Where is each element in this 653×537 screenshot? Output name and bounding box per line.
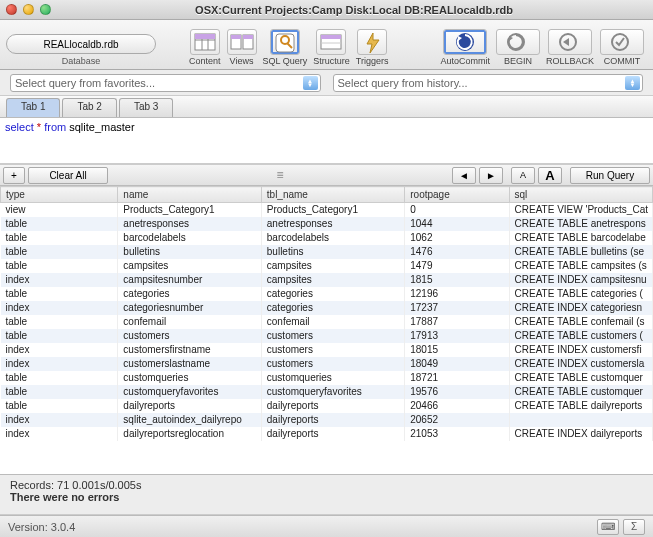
results-table: typenametbl_namerootpagesql viewProducts… bbox=[0, 186, 653, 441]
titlebar: OSX:Current Projects:Camp Disk:Local DB:… bbox=[0, 0, 653, 20]
prev-button[interactable]: ◄ bbox=[452, 167, 476, 184]
table-row[interactable]: indexcustomersfirstnamecustomers18015CRE… bbox=[1, 343, 653, 357]
content-icon bbox=[190, 29, 220, 55]
font-smaller-button[interactable]: A bbox=[511, 167, 535, 184]
main-toolbar: REALlocaldb.rdb Database ContentViewsSQL… bbox=[0, 20, 653, 70]
column-header-name[interactable]: name bbox=[118, 187, 261, 203]
views-icon bbox=[227, 29, 257, 55]
begin-icon bbox=[496, 29, 540, 55]
table-row[interactable]: tablecustomqueryfavoritescustomqueryfavo… bbox=[1, 385, 653, 399]
font-larger-button[interactable]: A bbox=[538, 167, 562, 184]
structure-button[interactable]: Structure bbox=[313, 29, 350, 66]
views-button[interactable]: Views bbox=[227, 29, 257, 66]
chevron-updown-icon[interactable]: ▲▼ bbox=[303, 76, 318, 90]
column-header-type[interactable]: type bbox=[1, 187, 118, 203]
triggers-button[interactable]: Triggers bbox=[356, 29, 389, 66]
column-header-tbl_name[interactable]: tbl_name bbox=[261, 187, 404, 203]
chevron-updown-icon[interactable]: ▲▼ bbox=[625, 76, 640, 90]
editor-tab-2[interactable]: Tab 2 bbox=[62, 98, 116, 117]
autocommit-icon bbox=[443, 29, 487, 55]
table-row[interactable]: tableanetresponsesanetresponses1044CREAT… bbox=[1, 217, 653, 231]
svg-rect-7 bbox=[231, 35, 241, 39]
status-records: Records: 71 0.001s/0.005s bbox=[10, 479, 643, 491]
editor-tabstrip: Tab 1Tab 2Tab 3 bbox=[0, 96, 653, 118]
svg-marker-15 bbox=[367, 33, 379, 53]
status-errors: There were no errors bbox=[10, 491, 643, 503]
column-header-sql[interactable]: sql bbox=[509, 187, 652, 203]
history-placeholder: Select query from history... bbox=[338, 77, 468, 89]
zoom-icon[interactable] bbox=[40, 4, 51, 15]
triggers-icon bbox=[357, 29, 387, 55]
keyboard-icon[interactable]: ⌨ bbox=[597, 519, 619, 535]
content-button[interactable]: Content bbox=[189, 29, 221, 66]
table-row[interactable]: tablecustomqueriescustomqueries18721CREA… bbox=[1, 371, 653, 385]
add-tab-button[interactable]: + bbox=[3, 167, 25, 184]
editor-tab-1[interactable]: Tab 1 bbox=[6, 98, 60, 117]
svg-rect-4 bbox=[195, 34, 215, 39]
minimize-icon[interactable] bbox=[23, 4, 34, 15]
next-button[interactable]: ► bbox=[479, 167, 503, 184]
svg-rect-13 bbox=[321, 35, 341, 39]
table-row[interactable]: tabledailyreportsdailyreports20466CREATE… bbox=[1, 399, 653, 413]
sqlquery-icon bbox=[270, 29, 300, 55]
favorites-placeholder: Select query from favorites... bbox=[15, 77, 155, 89]
clear-all-button[interactable]: Clear All bbox=[28, 167, 108, 184]
window-title: OSX:Current Projects:Camp Disk:Local DB:… bbox=[61, 4, 647, 16]
rollback-button[interactable]: ROLLBACK bbox=[546, 29, 594, 66]
column-header-rootpage[interactable]: rootpage bbox=[405, 187, 509, 203]
sqlquery-button[interactable]: SQL Query bbox=[263, 29, 308, 66]
editor-tab-3[interactable]: Tab 3 bbox=[119, 98, 173, 117]
footer-bar: Version: 3.0.4 ⌨ Σ bbox=[0, 515, 653, 537]
commit-button[interactable]: COMMIT bbox=[600, 29, 644, 66]
run-query-button[interactable]: Run Query bbox=[570, 167, 650, 184]
results-grid[interactable]: typenametbl_namerootpagesql viewProducts… bbox=[0, 186, 653, 475]
drag-handle-icon[interactable]: ≡ bbox=[108, 168, 452, 182]
commit-icon bbox=[600, 29, 644, 55]
query-picker-row: Select query from favorites... ▲▼ Select… bbox=[0, 70, 653, 96]
database-selector-button[interactable]: REALlocaldb.rdb bbox=[6, 34, 156, 54]
rollback-icon bbox=[548, 29, 592, 55]
table-row[interactable]: tableconfemailconfemail17887CREATE TABLE… bbox=[1, 315, 653, 329]
table-row[interactable]: indexcategoriesnumbercategories17237CREA… bbox=[1, 301, 653, 315]
window-controls bbox=[6, 4, 51, 15]
database-selector[interactable]: REALlocaldb.rdb Database bbox=[6, 34, 156, 66]
table-row[interactable]: tablecampsitescampsites1479CREATE TABLE … bbox=[1, 259, 653, 273]
sigma-button[interactable]: Σ bbox=[623, 519, 645, 535]
table-row[interactable]: indexsqlite_autoindex_dailyrepodailyrepo… bbox=[1, 413, 653, 427]
svg-marker-21 bbox=[563, 38, 569, 46]
table-row[interactable]: indexdailyreportsreglocationdailyreports… bbox=[1, 427, 653, 441]
favorites-combo[interactable]: Select query from favorites... ▲▼ bbox=[10, 74, 321, 92]
begin-button[interactable]: BEGIN bbox=[496, 29, 540, 66]
table-row[interactable]: tablecategoriescategories12196CREATE TAB… bbox=[1, 287, 653, 301]
table-row[interactable]: indexcustomerslastnamecustomers18049CREA… bbox=[1, 357, 653, 371]
history-combo[interactable]: Select query from history... ▲▼ bbox=[333, 74, 644, 92]
table-row[interactable]: indexcampsitesnumbercampsites1815CREATE … bbox=[1, 273, 653, 287]
status-bar: Records: 71 0.001s/0.005s There were no … bbox=[0, 475, 653, 515]
close-icon[interactable] bbox=[6, 4, 17, 15]
sql-editor[interactable]: select * from sqlite_master bbox=[0, 118, 653, 164]
version-label: Version: 3.0.4 bbox=[8, 521, 75, 533]
table-row[interactable]: tablebarcodelabelsbarcodelabels1062CREAT… bbox=[1, 231, 653, 245]
table-row[interactable]: viewProducts_Category1Products_Category1… bbox=[1, 203, 653, 217]
table-row[interactable]: tablecustomerscustomers17913CREATE TABLE… bbox=[1, 329, 653, 343]
structure-icon bbox=[316, 29, 346, 55]
table-row[interactable]: tablebulletinsbulletins1476CREATE TABLE … bbox=[1, 245, 653, 259]
svg-rect-8 bbox=[243, 35, 253, 39]
database-selector-caption: Database bbox=[62, 56, 101, 66]
editor-action-row: + Clear All ≡ ◄ ► A A Run Query bbox=[0, 164, 653, 186]
autocommit-button[interactable]: AutoCommit bbox=[440, 29, 490, 66]
